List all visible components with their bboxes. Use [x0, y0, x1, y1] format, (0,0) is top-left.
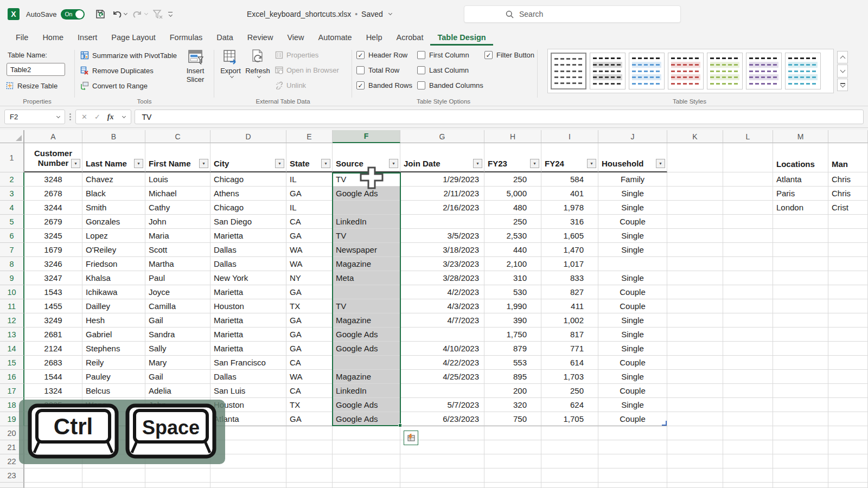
cell-J14[interactable]: Single: [598, 342, 667, 356]
cell-I14[interactable]: 771: [541, 342, 598, 356]
first-column-checkbox[interactable]: First Column: [417, 51, 469, 59]
cell-G17[interactable]: [400, 384, 484, 398]
export-button[interactable]: Export: [218, 49, 244, 78]
cell-F13[interactable]: Google Ads: [333, 328, 400, 342]
cell-K4[interactable]: [667, 201, 723, 215]
cell-B17[interactable]: Belcus: [82, 384, 145, 398]
cell-M6[interactable]: [773, 229, 828, 243]
cell-I8[interactable]: 1,017: [541, 257, 598, 271]
cell-M[interactable]: [773, 483, 828, 488]
gallery-scroll-down-button[interactable]: [837, 65, 848, 77]
cell-L22[interactable]: [723, 454, 773, 468]
cell-I3[interactable]: 401: [541, 187, 598, 201]
cell-N12[interactable]: [828, 313, 868, 328]
row-header-2[interactable]: 2: [0, 172, 24, 187]
cell-N[interactable]: [828, 483, 868, 488]
row-header-10[interactable]: 10: [0, 285, 24, 299]
cell-G10[interactable]: 4/2/2023: [400, 285, 484, 299]
search-input[interactable]: Search: [464, 5, 681, 23]
row-header-8[interactable]: 8: [0, 257, 24, 271]
filter-button-C[interactable]: ▾: [199, 159, 208, 168]
fx-dropdown-icon[interactable]: [122, 114, 126, 118]
table-resize-handle[interactable]: [662, 421, 667, 426]
cell-M1[interactable]: Locations: [773, 143, 828, 172]
cell-K15[interactable]: [667, 356, 723, 370]
ribbon-tab-page-layout[interactable]: Page Layout: [104, 30, 162, 46]
cell-L5[interactable]: [723, 215, 773, 229]
cell-G15[interactable]: 4/22/2023: [400, 356, 484, 370]
cell-I10[interactable]: 827: [541, 285, 598, 299]
cell-N22[interactable]: [828, 454, 868, 468]
ribbon-tab-file[interactable]: File: [9, 30, 35, 46]
cell-L2[interactable]: [723, 172, 773, 187]
cell-D10[interactable]: Marietta: [210, 285, 286, 299]
row-header-4[interactable]: 4: [0, 201, 24, 215]
customize-toolbar-icon[interactable]: [168, 12, 173, 17]
cell-D16[interactable]: Dallas: [210, 370, 286, 384]
cell-H10[interactable]: 530: [484, 285, 541, 299]
cell-D7[interactable]: Dallas: [210, 243, 286, 257]
cell-B11[interactable]: Dailley: [82, 299, 145, 313]
filter-button-G[interactable]: ▾: [473, 159, 482, 168]
header-row-checkbox[interactable]: ✓Header Row: [356, 51, 407, 59]
cell-F16[interactable]: Magazine: [333, 370, 400, 384]
cell-J23[interactable]: [598, 468, 667, 483]
row-header-14[interactable]: 14: [0, 342, 24, 356]
cell-F19[interactable]: Google Ads: [333, 412, 400, 426]
cell-F9[interactable]: Meta: [333, 271, 400, 285]
cell-M15[interactable]: [773, 356, 828, 370]
cell-K[interactable]: [667, 483, 723, 488]
cell-E18[interactable]: TX: [286, 398, 333, 412]
cell-H15[interactable]: 553: [484, 356, 541, 370]
cell-J21[interactable]: [598, 440, 667, 454]
cell-I22[interactable]: [541, 454, 598, 468]
cell-B2[interactable]: Chavez: [82, 172, 145, 187]
ribbon-tab-insert[interactable]: Insert: [71, 30, 104, 46]
cell-I13[interactable]: 817: [541, 328, 598, 342]
table-style-swatch-6[interactable]: [746, 53, 782, 89]
cell-J4[interactable]: Single: [598, 201, 667, 215]
cell-F20[interactable]: [333, 426, 400, 440]
cell-K7[interactable]: [667, 243, 723, 257]
cell-I15[interactable]: 614: [541, 356, 598, 370]
cell-E6[interactable]: GA: [286, 229, 333, 243]
cell-N8[interactable]: [828, 257, 868, 271]
cell-M12[interactable]: [773, 313, 828, 328]
cell-I16[interactable]: 1,703: [541, 370, 598, 384]
insert-slicer-button[interactable]: Insert Slicer: [182, 49, 208, 85]
row-header-6[interactable]: 6: [0, 229, 24, 243]
cell-F4[interactable]: [333, 201, 400, 215]
cell-B6[interactable]: Lopez: [82, 229, 145, 243]
cell-K20[interactable]: [667, 426, 723, 440]
cell-I[interactable]: [541, 483, 598, 488]
cell-M11[interactable]: [773, 299, 828, 313]
cell-J[interactable]: [598, 483, 667, 488]
cell-N16[interactable]: [828, 370, 868, 384]
cell-I1[interactable]: FY24▾: [541, 143, 598, 172]
cell-E8[interactable]: WA: [286, 257, 333, 271]
cell-E5[interactable]: CA: [286, 215, 333, 229]
cell-J20[interactable]: [598, 426, 667, 440]
table-style-swatch-4[interactable]: [668, 53, 704, 89]
cell-H18[interactable]: 320: [484, 398, 541, 412]
cell-M2[interactable]: Atlanta: [773, 172, 828, 187]
cancel-icon[interactable]: ✕: [81, 113, 87, 121]
filter-button-D[interactable]: ▾: [275, 159, 284, 168]
cell-A5[interactable]: 2679: [24, 215, 82, 229]
cell-A4[interactable]: 3244: [24, 201, 82, 215]
cell-L6[interactable]: [723, 229, 773, 243]
cell-H17[interactable]: 200: [484, 384, 541, 398]
cell-L8[interactable]: [723, 257, 773, 271]
cell-E22[interactable]: [286, 454, 333, 468]
row-header-23[interactable]: 23: [0, 468, 24, 483]
cell-A3[interactable]: 2678: [24, 187, 82, 201]
cell-I11[interactable]: 411: [541, 299, 598, 313]
cell-L19[interactable]: [723, 412, 773, 426]
cell-A[interactable]: [24, 483, 82, 488]
cell-D12[interactable]: Marietta: [210, 313, 286, 328]
cell-K10[interactable]: [667, 285, 723, 299]
cell-B8[interactable]: Friedson: [82, 257, 145, 271]
filter-button-checkbox[interactable]: ✓Filter Button: [484, 51, 534, 59]
cell-E1[interactable]: State▾: [286, 143, 333, 172]
cell-M19[interactable]: [773, 412, 828, 426]
